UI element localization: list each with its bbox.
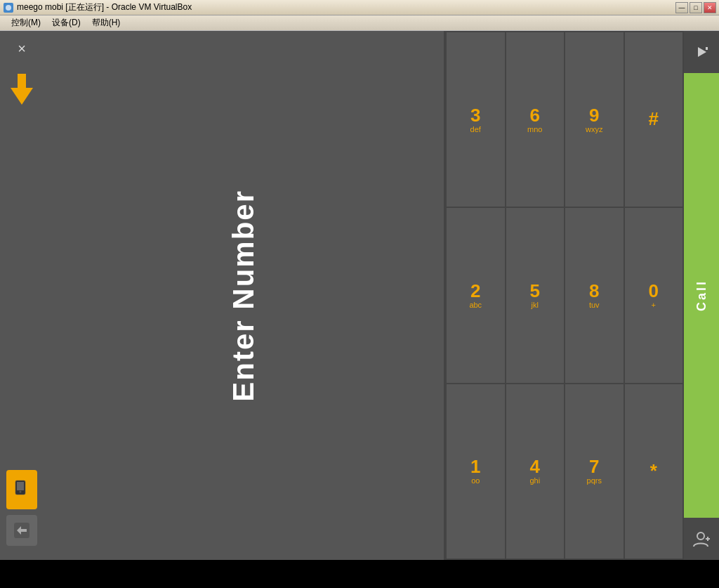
black-strip bbox=[0, 560, 719, 588]
play-button[interactable] bbox=[684, 31, 719, 73]
key-hash-number: # bbox=[649, 110, 659, 128]
down-arrow-icon[interactable] bbox=[8, 74, 36, 111]
window-title: meego mobi [正在运行] - Oracle VM VirtualBox bbox=[17, 1, 675, 13]
key-2-number: 2 bbox=[470, 282, 480, 300]
phone-icon bbox=[13, 479, 30, 500]
key-1-letters: oo bbox=[471, 477, 480, 485]
app-icon bbox=[3, 2, 14, 13]
key-4[interactable]: 4 ghi bbox=[506, 384, 566, 560]
key-0-number: 0 bbox=[649, 282, 659, 300]
key-hash[interactable]: # bbox=[625, 32, 685, 208]
svg-point-1 bbox=[6, 5, 11, 11]
enter-number-label: Enter Number bbox=[227, 190, 260, 402]
vm-content: × bbox=[0, 31, 719, 588]
svg-marker-2 bbox=[11, 88, 33, 105]
key-0[interactable]: 0 + bbox=[625, 208, 685, 384]
close-button[interactable]: ✕ bbox=[704, 2, 716, 13]
keypad-area: 3 def 6 mno 9 wxyz # bbox=[445, 31, 684, 560]
svg-point-6 bbox=[20, 491, 22, 493]
key-1-number: 1 bbox=[470, 457, 480, 476]
key-3[interactable]: 3 def bbox=[447, 32, 506, 208]
call-label: Call bbox=[694, 280, 709, 311]
keypad-grid: 3 def 6 mno 9 wxyz # bbox=[445, 31, 684, 560]
key-6[interactable]: 6 mno bbox=[506, 32, 566, 208]
menu-device[interactable]: 设备(D) bbox=[46, 15, 86, 30]
key-4-letters: ghi bbox=[529, 477, 540, 485]
window-controls: — □ ✕ bbox=[675, 2, 716, 13]
key-star[interactable]: * bbox=[625, 384, 685, 560]
key-5-number: 5 bbox=[530, 282, 540, 300]
key-6-number: 6 bbox=[530, 106, 540, 124]
right-sidebar: Call bbox=[684, 31, 719, 560]
key-7-letters: pqrs bbox=[587, 477, 602, 485]
menu-help[interactable]: 帮助(H) bbox=[86, 15, 126, 30]
svg-rect-10 bbox=[706, 47, 708, 50]
add-contact-button[interactable] bbox=[684, 518, 719, 560]
key-5[interactable]: 5 jkl bbox=[506, 208, 566, 384]
minimize-button[interactable]: — bbox=[675, 2, 688, 13]
svg-point-11 bbox=[697, 533, 704, 540]
key-8-letters: tuv bbox=[589, 301, 600, 309]
call-button[interactable]: Call bbox=[684, 73, 719, 518]
key-3-letters: def bbox=[470, 126, 481, 133]
key-1[interactable]: 1 oo bbox=[447, 384, 506, 560]
menu-control[interactable]: 控制(M) bbox=[6, 15, 46, 30]
key-0-letters: + bbox=[652, 301, 656, 309]
key-9[interactable]: 9 wxyz bbox=[565, 32, 625, 208]
number-display[interactable]: Enter Number bbox=[44, 31, 445, 560]
key-star-number: * bbox=[650, 462, 657, 480]
key-2-letters: abc bbox=[469, 301, 482, 309]
key-9-number: 9 bbox=[589, 106, 599, 124]
key-8-number: 8 bbox=[589, 282, 599, 300]
menu-bar: 控制(M) 设备(D) 帮助(H) bbox=[0, 15, 719, 31]
svg-rect-3 bbox=[18, 74, 26, 89]
maximize-button[interactable]: □ bbox=[690, 2, 702, 13]
key-5-letters: jkl bbox=[532, 301, 539, 309]
phone-button[interactable] bbox=[6, 470, 37, 509]
svg-marker-9 bbox=[698, 47, 706, 57]
dialer-main: Enter Number 3 def 6 mno 9 wxyz bbox=[44, 31, 684, 560]
left-sidebar: × bbox=[0, 31, 44, 560]
key-7-number: 7 bbox=[589, 457, 599, 476]
key-6-letters: mno bbox=[527, 126, 542, 133]
key-3-number: 3 bbox=[470, 106, 480, 124]
vm-screen: × bbox=[0, 31, 719, 560]
key-7[interactable]: 7 pqrs bbox=[565, 384, 625, 560]
key-8[interactable]: 8 tuv bbox=[565, 208, 625, 384]
key-4-number: 4 bbox=[530, 457, 540, 476]
back-button[interactable] bbox=[6, 515, 37, 546]
svg-rect-5 bbox=[17, 482, 24, 490]
close-x-button[interactable]: × bbox=[15, 38, 29, 60]
key-9-letters: wxyz bbox=[586, 126, 602, 133]
title-bar: meego mobi [正在运行] - Oracle VM VirtualBox… bbox=[0, 0, 719, 15]
key-2[interactable]: 2 abc bbox=[447, 208, 506, 384]
